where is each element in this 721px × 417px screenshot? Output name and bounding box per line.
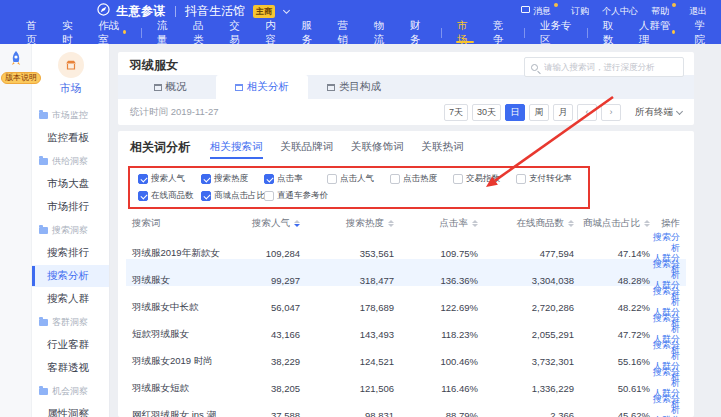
column-header-4[interactable]: 在线商品数: [478, 217, 574, 230]
section-title: 相关词分析: [130, 139, 190, 156]
sidebar-item[interactable]: 搜索排行: [32, 242, 109, 264]
sidebar-group-4[interactable]: 机会洞察: [32, 380, 109, 402]
nav-item-1[interactable]: 实时: [52, 22, 88, 44]
rocket-icon[interactable]: [7, 50, 25, 72]
account-item-1[interactable]: 订购: [571, 5, 589, 18]
section-tab-0[interactable]: 相关搜索词: [210, 140, 263, 158]
checkbox-icon[interactable]: [453, 174, 463, 184]
sidebar-group-2[interactable]: 搜索洞察: [32, 219, 109, 241]
metric-checkbox[interactable]: 商城点击占比: [201, 190, 264, 202]
date-button-1[interactable]: 30天: [472, 104, 501, 121]
terminal-filter[interactable]: 所有终端: [635, 106, 682, 119]
section-tab-1[interactable]: 关联品牌词: [281, 140, 334, 158]
cell-value: 48.22%: [574, 302, 650, 313]
section-tab-3[interactable]: 关联热词: [422, 140, 464, 158]
checkbox-icon[interactable]: [327, 174, 337, 184]
sidebar-item[interactable]: 搜索人群: [32, 288, 109, 310]
column-header-3[interactable]: 点击率: [394, 217, 478, 230]
metric-checkbox[interactable]: 支付转化率: [516, 173, 572, 185]
metric-checkbox[interactable]: 直通车参考价: [264, 190, 328, 202]
sidebar-group-0[interactable]: 市场监控: [32, 104, 109, 126]
nav-item-13[interactable]: 业务专区: [530, 22, 582, 44]
store-name[interactable]: 抖音生活馆: [185, 3, 245, 20]
checkbox-icon[interactable]: [264, 191, 274, 201]
metric-checkbox[interactable]: 在线商品数: [138, 190, 201, 202]
action-link[interactable]: 搜索分析: [650, 367, 680, 388]
nav-item-9[interactable]: 物流: [364, 22, 400, 44]
related-words-panel: 相关词分析 相关搜索词关联品牌词关联修饰词关联热词 搜索人气搜索热度点击率点击人…: [118, 131, 694, 417]
nav-item-12[interactable]: 竞争: [483, 22, 519, 44]
section-tab-2[interactable]: 关联修饰词: [351, 140, 404, 158]
checkbox-checked-icon[interactable]: [264, 174, 274, 184]
search-icon: [531, 64, 538, 71]
column-header-2[interactable]: 搜索热度: [300, 217, 394, 230]
nav-item-11[interactable]: 市场: [447, 22, 483, 44]
nav-item-5[interactable]: 交易: [219, 22, 255, 44]
action-link[interactable]: 搜索分析: [650, 394, 680, 415]
column-header-6: 操作: [650, 217, 680, 230]
date-button-0[interactable]: 7天: [444, 104, 468, 121]
checkbox-checked-icon[interactable]: [201, 191, 211, 201]
sidebar-item[interactable]: 客群透视: [32, 357, 109, 379]
checkbox-checked-icon[interactable]: [201, 174, 211, 184]
account-item-3[interactable]: 帮助: [651, 5, 676, 18]
action-link[interactable]: 搜索分析: [650, 286, 680, 307]
chevron-down-icon[interactable]: [283, 6, 290, 13]
checkbox-icon[interactable]: [516, 174, 526, 184]
cell-value: 124,521: [300, 356, 394, 367]
account-item-0[interactable]: 消息: [521, 5, 558, 18]
sidebar: 版本说明 市场 市场监控监控看板供给洞察市场大盘市场排行搜索洞察搜索排行搜索分析…: [0, 44, 110, 417]
metric-checkbox[interactable]: 搜索人气: [138, 173, 201, 185]
date-button-2[interactable]: 日: [505, 104, 525, 121]
nav-item-4[interactable]: 品类: [183, 22, 219, 44]
sidebar-item[interactable]: 监控看板: [32, 127, 109, 149]
keyword-tab-0[interactable]: 概况: [124, 75, 216, 99]
sidebar-item[interactable]: 市场排行: [32, 196, 109, 218]
nav-item-7[interactable]: 服务: [291, 22, 327, 44]
prev-page-button[interactable]: ‹: [577, 104, 597, 121]
checkbox-checked-icon[interactable]: [138, 174, 148, 184]
nav-item-8[interactable]: 营销: [328, 22, 364, 44]
sidebar-item[interactable]: 市场大盘: [32, 173, 109, 195]
action-link[interactable]: 搜索分析: [650, 313, 680, 334]
nav-item-2[interactable]: 作战室: [88, 22, 136, 44]
metric-checkbox[interactable]: 搜索热度: [201, 173, 264, 185]
module-header[interactable]: 市场: [32, 52, 109, 96]
version-badge[interactable]: 版本说明: [1, 72, 41, 84]
date-button-4[interactable]: 月: [553, 104, 573, 121]
keyword-tab-1[interactable]: 相关分析: [216, 75, 308, 99]
sidebar-group-1[interactable]: 供给洞察: [32, 150, 109, 172]
metric-checkbox[interactable]: 点击率: [264, 173, 327, 185]
checkbox-icon[interactable]: [390, 174, 400, 184]
nav-item-0[interactable]: 首页: [16, 22, 52, 44]
checkbox-checked-icon[interactable]: [138, 191, 148, 201]
account-item-4[interactable]: 退出: [689, 5, 707, 18]
sidebar-item[interactable]: 搜索分析: [32, 265, 109, 287]
column-header-1[interactable]: 搜索人气: [238, 217, 300, 230]
notification-dot: [554, 3, 558, 7]
nav-item-3[interactable]: 流量: [147, 22, 183, 44]
search-input[interactable]: [542, 61, 677, 73]
column-header-5[interactable]: 商城点击占比: [574, 217, 650, 230]
date-button-3[interactable]: 周: [529, 104, 549, 121]
metric-checkbox[interactable]: 点击人气: [327, 173, 390, 185]
action-link[interactable]: 搜索分析: [650, 232, 680, 253]
nav-separator: [141, 28, 142, 38]
shop-icon: [327, 84, 335, 91]
action-link[interactable]: 搜索分析: [650, 340, 680, 361]
keyword-tab-2[interactable]: 类目构成: [308, 75, 400, 99]
cell-value: 318,477: [300, 275, 394, 286]
metric-checkbox[interactable]: 点击热度: [390, 173, 453, 185]
nav-item-6[interactable]: 内容: [255, 22, 291, 44]
account-item-2[interactable]: 个人中心: [602, 5, 638, 18]
sidebar-group-3[interactable]: 客群洞察: [32, 311, 109, 333]
sidebar-item[interactable]: 行业客群: [32, 334, 109, 356]
nav-item-15[interactable]: 人群管理: [629, 22, 685, 44]
nav-item-16[interactable]: 学院: [685, 22, 721, 44]
sidebar-item[interactable]: 属性洞察: [32, 403, 109, 417]
action-link[interactable]: 搜索分析: [650, 259, 680, 280]
nav-item-14[interactable]: 取数: [593, 22, 629, 44]
metric-checkbox[interactable]: 交易指数: [453, 173, 516, 185]
nav-item-10[interactable]: 财务: [400, 22, 436, 44]
next-page-button[interactable]: ›: [601, 104, 621, 121]
